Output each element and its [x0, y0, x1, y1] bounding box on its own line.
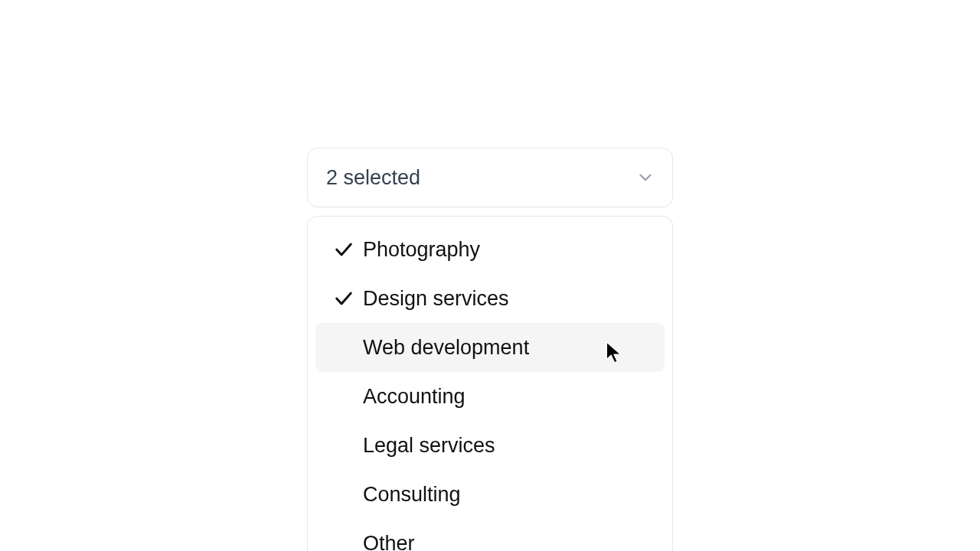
option-label: Web development	[363, 336, 529, 360]
option-label: Consulting	[363, 483, 461, 507]
multiselect-trigger[interactable]: 2 selected	[307, 148, 673, 207]
option-other[interactable]: Other	[315, 519, 665, 551]
option-accounting[interactable]: Accounting	[315, 372, 665, 421]
option-label: Accounting	[363, 385, 466, 409]
check-icon	[325, 288, 363, 309]
app-root: 2 selected Photography Design services	[0, 0, 980, 551]
option-label: Other	[363, 532, 415, 552]
option-legal-services[interactable]: Legal services	[315, 421, 665, 470]
option-consulting[interactable]: Consulting	[315, 470, 665, 519]
option-design-services[interactable]: Design services	[315, 274, 665, 323]
check-icon	[325, 239, 363, 260]
option-label: Photography	[363, 238, 480, 262]
option-label: Design services	[363, 287, 509, 311]
multiselect-summary: 2 selected	[326, 166, 420, 190]
option-web-development[interactable]: Web development	[315, 323, 665, 372]
option-label: Legal services	[363, 434, 495, 458]
chevron-down-icon	[635, 168, 655, 187]
multiselect-listbox[interactable]: Photography Design services Web developm…	[307, 216, 673, 551]
option-photography[interactable]: Photography	[315, 225, 665, 274]
